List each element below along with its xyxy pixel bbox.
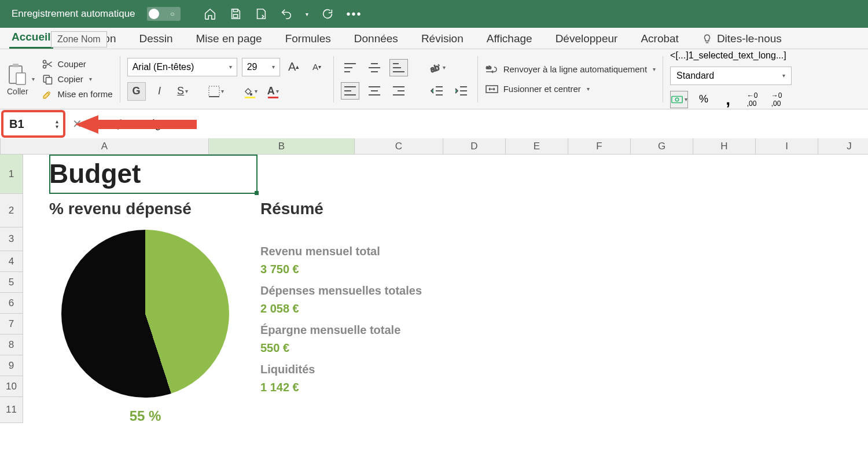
column-header[interactable]: C	[355, 138, 443, 155]
tab-data[interactable]: Données	[352, 29, 400, 49]
tab-draw[interactable]: Dessin	[137, 29, 175, 49]
align-bottom-icon	[393, 63, 404, 72]
comma-format-button[interactable]: ,	[719, 91, 737, 108]
decrease-font-button[interactable]: A▾	[308, 58, 326, 76]
tab-review[interactable]: Révision	[419, 29, 466, 49]
align-left-button[interactable]	[341, 82, 359, 100]
align-top-button[interactable]	[341, 59, 359, 76]
copy-button[interactable]: Copier▾	[42, 74, 113, 85]
font-color-button[interactable]: A▾	[264, 82, 282, 101]
orientation-icon: ab	[428, 61, 442, 75]
undo-dropdown-icon[interactable]: ▾	[306, 11, 308, 17]
merge-icon	[485, 83, 499, 95]
fx-icon[interactable]: fx	[117, 118, 125, 130]
align-right-button[interactable]	[389, 82, 408, 100]
increase-decimal-button[interactable]: ←0,00	[744, 91, 761, 108]
column-header[interactable]: A	[1, 138, 209, 155]
column-header[interactable]: F	[568, 138, 631, 155]
row-header[interactable]: 7	[0, 314, 23, 335]
column-header[interactable]: H	[693, 138, 756, 155]
cut-button[interactable]: Couper	[42, 58, 113, 70]
paste-dropdown-icon[interactable]: ▾	[32, 76, 35, 82]
row-header[interactable]: 6	[0, 293, 23, 314]
redo-icon[interactable]	[321, 8, 334, 20]
save-as-icon[interactable]	[255, 8, 267, 20]
bold-button[interactable]: G	[127, 82, 146, 101]
row-header[interactable]: 1	[0, 155, 23, 194]
underline-button[interactable]: S▾	[174, 82, 192, 101]
more-icon[interactable]: •••	[347, 8, 362, 21]
formula-input[interactable]: Budget	[131, 117, 868, 131]
paste-button[interactable]: Coller	[7, 63, 28, 96]
row-header[interactable]: 8	[0, 335, 23, 355]
fill-color-button[interactable]: ▾	[241, 82, 259, 101]
summary-label: Liquidités	[260, 363, 422, 376]
cells-area[interactable]: Budget % revenu dépensé Résumé 55 % Reve…	[23, 155, 868, 423]
increase-indent-button[interactable]	[452, 82, 470, 100]
home-icon[interactable]	[204, 8, 216, 20]
tab-formulas[interactable]: Formules	[283, 29, 333, 49]
font-size-select[interactable]: 29▾	[242, 58, 280, 76]
row-headers[interactable]: 1234567891011	[0, 155, 23, 423]
column-header[interactable]: B	[209, 138, 355, 155]
italic-button[interactable]: I	[150, 82, 169, 101]
tab-acrobat[interactable]: Acrobat	[638, 29, 681, 49]
decrease-indent-button[interactable]	[428, 82, 446, 100]
indent-icon	[454, 85, 468, 97]
row-header[interactable]: 3	[0, 227, 23, 251]
align-left-icon	[344, 86, 356, 95]
align-center-button[interactable]	[365, 82, 384, 100]
border-icon	[208, 86, 220, 97]
undo-icon[interactable]	[280, 8, 293, 20]
name-box-stepper[interactable]: ▴▾	[56, 119, 58, 129]
tell-me-label: Dites-le-nous	[717, 32, 782, 45]
percent-format-button[interactable]: %	[695, 91, 712, 108]
pie-percentage: 55 %	[61, 408, 229, 424]
column-header[interactable]: G	[631, 138, 693, 155]
decrease-decimal-button[interactable]: →0,00	[768, 91, 785, 108]
spreadsheet-grid[interactable]: ABCDEFGHIJ 1234567891011 Budget % revenu…	[0, 138, 868, 423]
row-header[interactable]: 5	[0, 272, 23, 293]
svg-text:ab: ab	[429, 62, 440, 74]
row-header[interactable]: 4	[0, 251, 23, 272]
svg-point-6	[43, 65, 46, 68]
accounting-format-button[interactable]: ▾	[670, 91, 688, 108]
paste-label: Coller	[7, 87, 28, 96]
copy-icon	[42, 74, 53, 85]
svg-rect-15	[672, 96, 682, 102]
borders-button[interactable]: ▾	[207, 82, 226, 101]
tab-layout[interactable]: Mise en page	[194, 29, 264, 49]
copy-label: Copier	[58, 74, 83, 84]
column-header[interactable]: D	[443, 138, 506, 155]
row-header[interactable]: 2	[0, 194, 23, 227]
svg-rect-8	[46, 77, 52, 84]
column-header[interactable]: J	[818, 138, 868, 155]
merge-center-button[interactable]: Fusionner et centrer▾	[485, 83, 656, 95]
autosave-toggle[interactable]: ○	[147, 7, 181, 21]
increase-font-button[interactable]: A▴	[285, 58, 303, 76]
tab-tell-me[interactable]: Dites-le-nous	[700, 29, 784, 49]
save-icon[interactable]	[229, 8, 242, 20]
format-painter-button[interactable]: Mise en forme	[42, 89, 113, 100]
cancel-formula-button[interactable]: ✕	[65, 117, 89, 131]
column-header[interactable]: E	[506, 138, 568, 155]
tab-developer[interactable]: Développeur	[553, 29, 620, 49]
tab-home[interactable]: Accueil	[9, 27, 53, 49]
confirm-formula-button[interactable]: ✓	[89, 117, 112, 131]
paste-icon	[7, 63, 28, 86]
cut-label: Couper	[58, 59, 86, 69]
fill-handle[interactable]	[255, 191, 259, 195]
row-header[interactable]: 9	[0, 355, 23, 376]
column-headers[interactable]: ABCDEFGHIJ	[1, 138, 868, 155]
wrap-text-button[interactable]: ab Renvoyer à la ligne automatiquement▾	[485, 64, 656, 75]
column-header[interactable]: I	[756, 138, 818, 155]
orientation-button[interactable]: ab▾	[428, 59, 446, 76]
tab-view[interactable]: Affichage	[484, 29, 535, 49]
row-header[interactable]: 11	[0, 397, 23, 423]
align-bottom-button[interactable]	[389, 59, 408, 76]
number-format-select[interactable]: Standard▾	[670, 67, 792, 85]
align-middle-button[interactable]	[365, 59, 384, 76]
font-name-select[interactable]: Arial (En-têtes)▾	[127, 58, 237, 76]
name-box[interactable]	[9, 117, 56, 131]
row-header[interactable]: 10	[0, 376, 23, 397]
